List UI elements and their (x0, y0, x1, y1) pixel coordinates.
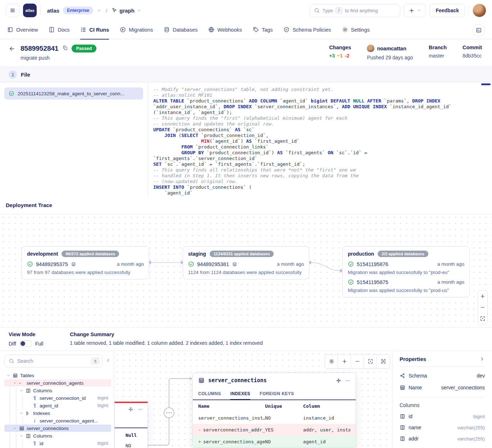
tree-item-columns[interactable]: Columns (4, 432, 111, 439)
trace-entry[interactable]: 94489295381a month ago (188, 261, 304, 267)
collapse-panel-button[interactable] (105, 358, 111, 364)
play-icon (120, 27, 126, 33)
trace-card-production[interactable]: production2/2 applied databases515411958… (342, 246, 470, 297)
erd-index-row[interactable]: +server_connections_age…NOagent_id (193, 436, 356, 448)
property-value: dev (477, 373, 485, 379)
tab-databases[interactable]: Databases (164, 21, 197, 40)
file-list: 20251114123258_make_agent_to_server_conn… (0, 82, 148, 196)
trace-entry[interactable]: 51541195875a month ago (348, 279, 464, 285)
fit-view-button[interactable] (377, 355, 390, 368)
erd-tab-foreign-keys[interactable]: FOREIGN KEYS (260, 388, 294, 400)
arrow-left-icon (9, 45, 15, 52)
center-view-button[interactable] (478, 313, 488, 324)
zoom-out-button[interactable] (478, 302, 488, 313)
key-icon (32, 396, 37, 401)
erd-removed-table-card[interactable]: Null NO (114, 402, 148, 448)
code-scrollbar[interactable] (481, 83, 491, 85)
zoom-out-button[interactable] (351, 355, 364, 368)
tree-item-server-connection-agent-[interactable]: server_connection_agent... (4, 417, 111, 424)
chevron-down-icon (137, 8, 141, 13)
table-icon (198, 377, 205, 384)
canvas-settings-button[interactable] (325, 355, 338, 368)
tree-item-agent-id[interactable]: agent_idbigint (4, 402, 111, 409)
more-options-icon[interactable] (138, 407, 143, 412)
tab-webhooks[interactable]: Webhooks (208, 21, 242, 40)
deployment-trace-canvas[interactable]: development96/372 applied databases94489… (0, 214, 492, 327)
schema-tree-panel: Search s Tables-server_connection_agents… (0, 351, 114, 448)
chevron-right-icon[interactable] (479, 356, 485, 362)
erd-index-row[interactable]: -serverconnection_addr_…YESaddr, user, i… (193, 424, 356, 436)
changes-added: +3 (329, 53, 335, 59)
tree-item-label: agent_id (40, 403, 58, 408)
center-view-button[interactable] (364, 355, 377, 368)
applied-databases-badge: 96/372 applied databases (62, 251, 119, 257)
columns-icon (400, 436, 405, 442)
tab-docs[interactable]: Docs (49, 21, 69, 40)
terminal-button[interactable] (473, 24, 485, 36)
tab-tags[interactable]: Tags (253, 21, 273, 40)
partial-cell-value: NO (126, 443, 147, 448)
trace-entry[interactable]: 94489295375a month ago (27, 261, 144, 267)
erd-tab-indexes[interactable]: INDEXES (230, 388, 250, 400)
table-icon (400, 385, 405, 390)
chevron-down-icon[interactable] (97, 8, 101, 13)
user-avatar[interactable] (473, 4, 486, 17)
project-name: graph (119, 8, 135, 14)
trace-card-staging[interactable]: staging1124/6331 applied databases944892… (183, 246, 309, 279)
more-options-icon[interactable] (345, 378, 350, 383)
tab-overview[interactable]: Overview (7, 21, 38, 40)
applied-databases-badge: 1124/6331 applied databases (210, 251, 274, 257)
erd-canvas[interactable]: Null NO server_connections COLUMNSINDEXE… (114, 351, 392, 448)
trace-entry[interactable]: 51541195876a month ago (348, 261, 464, 267)
org-name[interactable]: atlas (47, 8, 59, 14)
file-name: 20251114123258_make_agent_to_server_conn… (18, 91, 124, 96)
global-search-input[interactable]: Type / to find anything (310, 4, 400, 17)
property-label: Schema (409, 373, 427, 379)
tab-label: Settings (351, 27, 370, 33)
deployment-status: 1124 from 1124 databases were applied su… (188, 270, 304, 275)
zoom-in-button[interactable] (478, 291, 488, 302)
copy-run-id-button[interactable] (62, 45, 68, 52)
tree-item-id[interactable]: idbigint (4, 440, 111, 447)
tree-item-label: Columns (33, 388, 52, 393)
file-list-item[interactable]: 20251114123258_make_agent_to_server_conn… (4, 87, 143, 100)
erd-table-card[interactable]: server_connections COLUMNSINDEXESFOREIGN… (192, 372, 356, 448)
book-icon (49, 27, 55, 33)
tree-item-columns[interactable]: Columns (4, 387, 111, 394)
erd-index-row[interactable]: server_connections_inst…NOinstance_id (193, 412, 356, 424)
project-breadcrumb[interactable]: graph (111, 8, 141, 14)
trace-card-development[interactable]: development96/372 applied databases94489… (22, 246, 149, 279)
tree-item-server-connections[interactable]: server_connections (4, 425, 111, 432)
tree-search-input[interactable]: Search s (4, 355, 102, 367)
tab-schema-policies[interactable]: Schema Policies (283, 21, 331, 40)
tab-ci-runs[interactable]: CI Runs (80, 21, 109, 40)
atlas-logo[interactable]: atlas (23, 4, 37, 17)
view-mode-toggle[interactable] (19, 340, 32, 347)
move-icon[interactable] (128, 407, 133, 412)
applied-databases-badge: 2/2 applied databases (378, 251, 428, 257)
deployment-status: 97 from 97 databases were applied succes… (27, 270, 144, 275)
code-line: -- This query finds the "first" (alphabe… (153, 115, 492, 121)
code-line: -- atlas:nolint MF101 (153, 92, 492, 98)
tree-item-tables[interactable]: Tables (4, 372, 111, 379)
tree-item-indexes[interactable]: Indexes (4, 410, 111, 417)
tab-settings[interactable]: Settings (342, 21, 370, 40)
move-icon[interactable] (336, 378, 341, 383)
feedback-button[interactable]: Feedback (429, 4, 465, 17)
tree-item-server-connection-agents[interactable]: -server_connection_agents (4, 379, 111, 387)
properties-panel: Properties SchemadevNameserver_connectio… (392, 351, 492, 448)
checkCircle-icon (27, 261, 33, 267)
table-icon (19, 426, 24, 431)
tab-label: Overview (16, 27, 38, 33)
tree-item-label: server_connections (27, 426, 69, 431)
erd-toolbar (325, 354, 390, 369)
create-new-button[interactable] (404, 4, 426, 17)
tab-migrations[interactable]: Migrations (120, 21, 153, 40)
tree-item-server-connection-id[interactable]: server_connection_idbigint (4, 394, 111, 402)
plus-icon (409, 8, 415, 14)
back-button[interactable] (9, 45, 15, 54)
zoom-in-button[interactable] (338, 355, 351, 368)
erd-tab-columns[interactable]: COLUMNS (198, 388, 221, 400)
author-name: noamcattan (377, 46, 406, 51)
hamburger-menu-button[interactable] (6, 4, 19, 17)
